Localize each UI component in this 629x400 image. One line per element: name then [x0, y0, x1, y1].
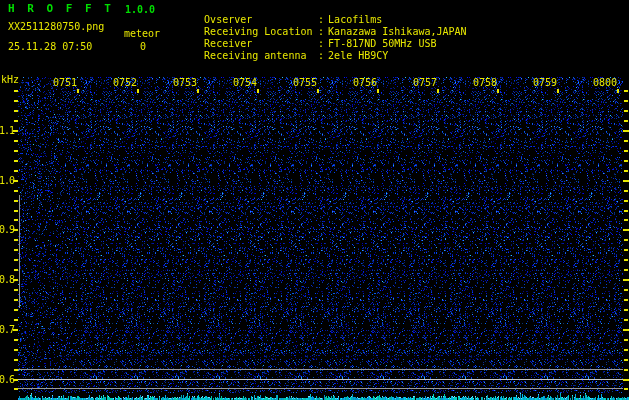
freq-label: 1.0	[0, 176, 13, 186]
app-title: H R O F F T	[8, 4, 114, 14]
hrofft-window: H R O F F T 1.0.0 XX2511280750.png meteo…	[0, 0, 629, 400]
info-row-receiver: Receiver:FT-817ND 50MHz USB	[180, 29, 436, 41]
freq-unit-label: kHz	[1, 75, 19, 85]
mode-label: meteor	[124, 29, 160, 39]
time-label: 0800	[591, 78, 617, 88]
time-label: 0754	[231, 78, 257, 88]
time-label: 0757	[411, 78, 437, 88]
time-label: 0755	[291, 78, 317, 88]
time-label: 0756	[351, 78, 377, 88]
app-version: 1.0.0	[125, 5, 155, 15]
time-label: 0759	[531, 78, 557, 88]
info-value: 2ele HB9CY	[328, 50, 388, 61]
time-label: 0751	[51, 78, 77, 88]
time-label: 0752	[111, 78, 137, 88]
info-row-antenna: Receiving antenna:2ele HB9CY	[180, 41, 388, 53]
freq-label: 0.7	[0, 325, 13, 335]
info-colon: :	[318, 51, 328, 61]
observation-datetime: 25.11.28 07:50	[8, 42, 92, 52]
output-filename: XX2511280750.png	[8, 22, 104, 32]
info-row-observer: Ovserver:Lacofilms	[180, 5, 382, 17]
time-label: 0758	[471, 78, 497, 88]
freq-label: 1.1	[0, 126, 13, 136]
freq-label: 0.6	[0, 375, 13, 385]
time-label: 0753	[171, 78, 197, 88]
info-label: Receiving antenna	[204, 51, 318, 61]
freq-label: 0.8	[0, 275, 13, 285]
info-row-location: Receiving Location:Kanazawa Ishikawa,JAP…	[180, 17, 467, 29]
meteor-count: 0	[140, 42, 146, 52]
freq-label: 0.9	[0, 225, 13, 235]
